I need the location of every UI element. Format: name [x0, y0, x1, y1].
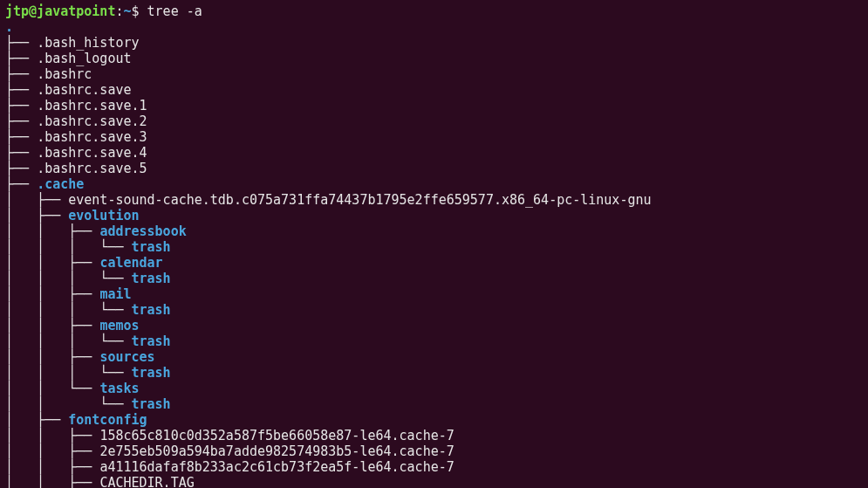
tree-branch: ├── — [5, 82, 37, 98]
terminal-output[interactable]: jtp@javatpoint:~$ tree -a . ├── .bash_hi… — [5, 3, 863, 488]
tree-branch: │ │ ├── — [5, 459, 99, 475]
tree-branch: ├── — [5, 129, 37, 145]
tree-entry: addressbook — [99, 223, 186, 239]
tree-entry: event-sound-cache.tdb.c075a731ffa74437b1… — [68, 192, 651, 208]
tree-entry: .cache — [37, 176, 84, 192]
tree-entry: a41116dafaf8b233ac2c61cb73f2ea5f-le64.ca… — [99, 459, 454, 475]
tree-branch: ├── — [5, 145, 37, 161]
tree-entry: .bash_history — [37, 35, 139, 51]
tree-branch: ├── — [5, 176, 37, 192]
tree-entry: trash — [132, 271, 171, 286]
tree-entry: .bashrc.save — [37, 82, 131, 98]
tree-entry: evolution — [68, 208, 139, 223]
tree-entry: trash — [132, 365, 171, 381]
tree-entry: .bashrc.save.1 — [37, 98, 147, 113]
tree-branch: │ │ ├── — [5, 475, 99, 488]
tree-branch: ├── — [5, 35, 37, 51]
tree-branch: │ │ │ └── — [5, 302, 132, 318]
tree-branch: │ ├── — [5, 208, 68, 223]
tree-entry: 158c65c810c0d352a587f5be66058e87-le64.ca… — [99, 428, 454, 443]
command-text: tree -a — [147, 3, 202, 19]
tree-branch: │ │ ├── — [5, 349, 99, 365]
tree-branch: ├── — [5, 113, 37, 129]
tree-branch: ├── — [5, 98, 37, 113]
tree-branch: │ │ ├── — [5, 223, 99, 239]
tree-entry: memos — [99, 318, 139, 333]
tree-root: . — [5, 19, 13, 35]
tree-entry: 2e755eb509a594ba7adde982574983b5-le64.ca… — [99, 443, 454, 459]
tree-entry: .bashrc.save.4 — [37, 145, 147, 161]
tree-entry: .bash_logout — [37, 51, 131, 66]
tree-branch: │ │ └── — [5, 381, 99, 396]
tree-entry: calendar — [99, 255, 162, 271]
tree-branch: │ │ │ └── — [5, 365, 132, 381]
tree-entry: .bashrc.save.3 — [37, 129, 147, 145]
tree-entry: mail — [99, 286, 131, 302]
tree-entry: sources — [99, 349, 154, 365]
tree-branch: ├── — [5, 161, 37, 176]
prompt-user: jtp@javatpoint — [5, 3, 115, 19]
tree-branch: │ │ │ └── — [5, 239, 132, 255]
tree-branch: │ ├── — [5, 192, 68, 208]
tree-branch: │ │ ├── — [5, 286, 99, 302]
tree-entry: .bashrc.save.5 — [37, 161, 147, 176]
tree-entry: fontconfig — [68, 412, 147, 428]
tree-branch: │ │ ├── — [5, 428, 99, 443]
tree-branch: │ │ │ └── — [5, 271, 132, 286]
tree-branch: │ │ ├── — [5, 318, 99, 333]
tree-entry: trash — [132, 302, 171, 318]
tree-branch: │ │ ├── — [5, 255, 99, 271]
tree-branch: │ ├── — [5, 412, 68, 428]
tree-entry: .bashrc.save.2 — [37, 113, 147, 129]
tree-entry: trash — [132, 239, 171, 255]
prompt-dollar: $ — [132, 3, 147, 19]
tree-entry: trash — [132, 396, 171, 412]
tree-branch: ├── — [5, 51, 37, 66]
tree-branch: ├── — [5, 66, 37, 82]
tree-branch: │ │ └── — [5, 396, 132, 412]
tree-branch: │ │ ├── — [5, 443, 99, 459]
prompt-path: ~ — [123, 3, 131, 19]
tree-entry: .bashrc — [37, 66, 92, 82]
tree-entry: tasks — [99, 381, 139, 396]
tree-entry: trash — [132, 333, 171, 349]
tree-branch: │ │ │ └── — [5, 333, 132, 349]
tree-entry: CACHEDIR.TAG — [99, 475, 194, 488]
